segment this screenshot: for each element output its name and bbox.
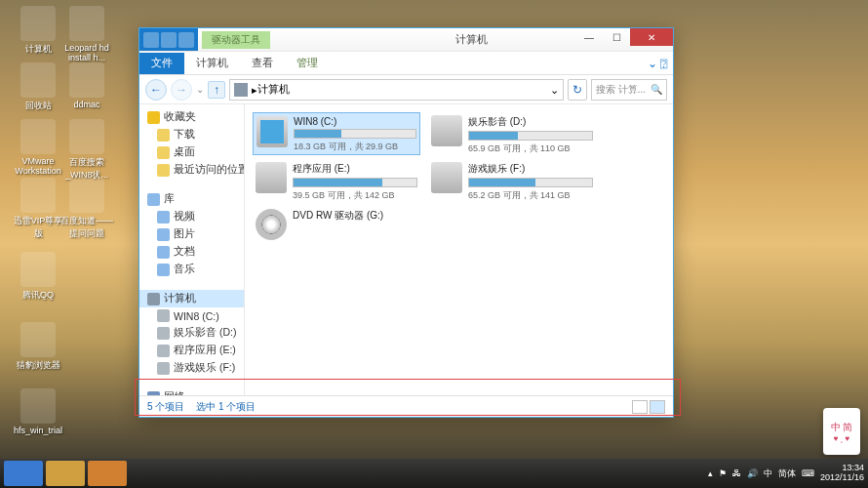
drive-tile[interactable]: WIN8 (C:)18.3 GB 可用，共 29.9 GB [253, 112, 420, 155]
app-icon [20, 388, 56, 424]
tray-date[interactable]: 2012/11/16 [820, 473, 864, 483]
app-icon [20, 178, 56, 213]
tray-volume-icon[interactable]: 🔊 [747, 468, 758, 478]
status-item-count: 5 个项目 [147, 400, 184, 414]
tree-node[interactable]: 桌面 [139, 143, 244, 161]
tree-node-label: 视频 [174, 210, 195, 224]
up-button[interactable]: ↑ [208, 81, 225, 99]
nav-tree[interactable]: 收藏夹下载桌面最近访问的位置库视频图片文档音乐计算机WIN8 (C:)娱乐影音 … [139, 104, 245, 395]
tree-node[interactable]: 收藏夹 [139, 108, 244, 126]
drive-usage-bar [294, 129, 416, 139]
status-selected-count: 选中 1 个项目 [196, 400, 256, 414]
tray-keyboard-icon[interactable]: ⌨ [802, 468, 814, 478]
tree-node[interactable]: 娱乐影音 (D:) [139, 324, 244, 342]
refresh-button[interactable]: ↻ [568, 79, 587, 101]
taskbar[interactable]: ▴ ⚑ 🖧 🔊 中 简体 ⌨ 13:34 2012/11/16 [0, 459, 868, 488]
ime-float-deco: ♥ ¸ ♥ [834, 434, 850, 443]
tree-node[interactable]: 下载 [139, 126, 244, 143]
address-crumb[interactable]: 计算机 [257, 83, 290, 97]
drive-tile[interactable]: DVD RW 驱动器 (G:) [253, 206, 420, 249]
folder-icon [157, 129, 170, 142]
drive-tile[interactable]: 程序应用 (E:)39.5 GB 可用，共 142 GB [253, 159, 420, 202]
qat-new-folder-icon[interactable] [178, 32, 194, 48]
minimize-button[interactable]: — [575, 28, 603, 46]
folder-icon [147, 193, 160, 206]
tree-node[interactable]: 音乐 [139, 261, 244, 278]
desktop-icon[interactable]: Leopard hd install h... [60, 6, 113, 62]
app-icon [69, 119, 104, 154]
close-button[interactable]: ✕ [630, 28, 673, 46]
drive-name: WIN8 (C:) [294, 116, 416, 127]
tree-node[interactable]: 视频 [139, 208, 244, 225]
tree-node-label: 最近访问的位置 [174, 163, 245, 177]
tree-node[interactable]: 计算机 [139, 290, 244, 307]
desktop-icon[interactable]: ddmac [60, 62, 113, 109]
back-button[interactable]: ← [145, 79, 167, 101]
history-dropdown-icon[interactable]: ⌄ [196, 84, 204, 95]
tree-node[interactable]: 图片 [139, 225, 244, 243]
search-icon: 🔍 [651, 84, 662, 95]
tree-node[interactable]: 库 [139, 190, 244, 208]
tree-node-label: 游戏娱乐 (F:) [174, 361, 235, 375]
search-input[interactable]: 搜索 计算...🔍 [591, 79, 667, 101]
qat-properties-icon[interactable] [161, 32, 177, 48]
tab-file[interactable]: 文件 [139, 53, 184, 74]
address-bar[interactable]: ▸ 计算机 ⌄ [229, 79, 564, 101]
tray-ime-lang[interactable]: 中 [764, 468, 772, 480]
tab-view[interactable]: 查看 [240, 53, 285, 74]
desktop-icon[interactable]: VMware Workstation [12, 119, 64, 176]
tab-computer[interactable]: 计算机 [184, 53, 240, 74]
desktop-icon-label: 百度知道——提问问题 [60, 215, 113, 240]
desktop-icon[interactable]: hfs_win_trial [12, 388, 64, 435]
drive-icon [256, 116, 288, 147]
folder-icon [157, 362, 170, 375]
tab-manage[interactable]: 管理 [285, 53, 330, 74]
folder-icon [157, 246, 170, 259]
forward-button[interactable]: → [171, 79, 192, 101]
app-icon [20, 119, 56, 154]
desktop-icon[interactable]: 计算机 [12, 6, 64, 56]
taskbar-app-vmware[interactable] [88, 461, 127, 486]
quick-access-toolbar [139, 28, 198, 51]
details-view-button[interactable] [632, 400, 648, 414]
tree-node[interactable]: 游戏娱乐 (F:) [139, 359, 244, 377]
maximize-button[interactable]: ☐ [603, 28, 630, 46]
drive-usage-bar [293, 178, 417, 187]
tree-node[interactable]: 最近访问的位置 [139, 161, 244, 179]
tree-node[interactable]: 网络 [139, 388, 244, 395]
taskbar-app-explorer[interactable] [46, 461, 85, 486]
drive-tile[interactable]: 游戏娱乐 (F:)65.2 GB 可用，共 141 GB [428, 159, 596, 202]
tiles-view-button[interactable] [650, 400, 665, 414]
desktop-icon[interactable]: 猎豹浏览器 [12, 322, 64, 372]
qat-icon[interactable] [143, 32, 159, 48]
tree-node[interactable]: 文档 [139, 243, 244, 261]
app-icon [20, 322, 56, 357]
folder-icon [157, 164, 170, 177]
desktop-icon[interactable]: 腾讯QQ [12, 252, 64, 302]
folder-icon [157, 264, 170, 276]
tray-flag-icon[interactable]: ⚑ [719, 468, 727, 478]
app-icon [69, 6, 104, 41]
tray-ime-mode[interactable]: 简体 [778, 468, 796, 480]
taskbar-app-ie[interactable] [4, 461, 43, 486]
desktop-icon-label: 猎豹浏览器 [12, 359, 64, 372]
drive-name: 程序应用 (E:) [293, 162, 417, 176]
titlebar[interactable]: 驱动器工具 计算机 — ☐ ✕ [139, 28, 673, 52]
desktop-icon[interactable]: 迅雷VIP尊享版 [12, 178, 64, 240]
tray-network-icon[interactable]: 🖧 [732, 468, 741, 478]
desktop-icon[interactable]: 百度搜索_WIN8状... [60, 119, 113, 182]
content-pane[interactable]: WIN8 (C:)18.3 GB 可用，共 29.9 GB娱乐影音 (D:)65… [245, 104, 673, 395]
ime-float-panel[interactable]: 中 简 ♥ ¸ ♥ [823, 408, 860, 455]
desktop-icon[interactable]: 百度知道——提问问题 [60, 178, 113, 240]
help-icon[interactable]: ⌄ ⍰ [648, 57, 667, 70]
tree-node[interactable]: WIN8 (C:) [139, 307, 244, 324]
contextual-tab-drive-tools[interactable]: 驱动器工具 [202, 31, 270, 49]
folder-icon [157, 228, 170, 241]
tray-up-icon[interactable]: ▴ [708, 468, 713, 478]
tree-node-label: 文档 [174, 245, 195, 259]
drive-free-text: 18.3 GB 可用，共 29.9 GB [294, 141, 416, 153]
drive-tile[interactable]: 娱乐影音 (D:)65.9 GB 可用，共 110 GB [428, 112, 596, 155]
desktop-icon[interactable]: 回收站 [12, 62, 64, 112]
tree-node-label: 库 [164, 192, 175, 206]
tree-node[interactable]: 程序应用 (E:) [139, 342, 244, 359]
